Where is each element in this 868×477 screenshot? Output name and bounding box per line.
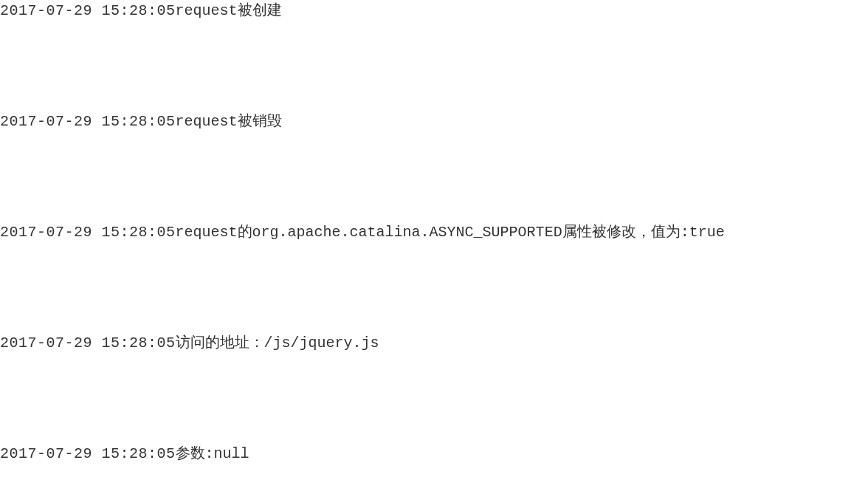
log-entry: 2017-07-29 15:28:05request被创建 [0, 0, 868, 22]
log-entry: 2017-07-29 15:28:05访问的地址：/js/jquery.js [0, 332, 868, 354]
log-entry: 2017-07-29 15:28:05request的org.apache.ca… [0, 222, 868, 244]
log-message: request被创建 [176, 2, 282, 19]
log-message: request的org.apache.catalina.ASYNC_SUPPOR… [176, 224, 725, 241]
log-message: request被销毁 [176, 113, 282, 130]
log-timestamp: 2017-07-29 15:28:05 [0, 445, 176, 462]
log-timestamp: 2017-07-29 15:28:05 [0, 334, 176, 351]
log-message: 参数:null [176, 445, 249, 462]
log-timestamp: 2017-07-29 15:28:05 [0, 224, 176, 241]
log-timestamp: 2017-07-29 15:28:05 [0, 2, 176, 19]
log-message: 访问的地址：/js/jquery.js [176, 334, 379, 351]
log-timestamp: 2017-07-29 15:28:05 [0, 113, 176, 130]
log-entry: 2017-07-29 15:28:05request被销毁 [0, 111, 868, 133]
log-entry: 2017-07-29 15:28:05参数:null [0, 443, 868, 465]
